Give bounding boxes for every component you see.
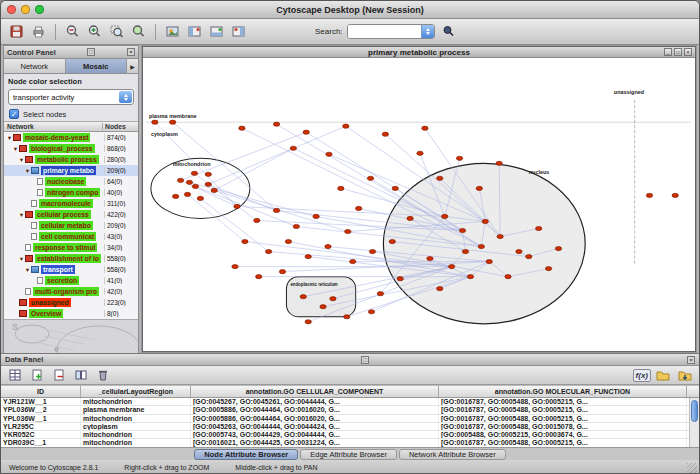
tree-item-secretion[interactable]: secretion41(0) [4,275,138,286]
network-node[interactable] [478,245,484,249]
tree-nodes-column[interactable]: Nodes [102,123,138,130]
tree-item-macromolecule[interactable]: macromolecule311(0) [4,198,138,209]
network-node[interactable] [300,295,306,299]
network-node[interactable] [172,194,178,198]
print-button[interactable] [29,22,48,42]
network-node[interactable] [516,250,522,254]
tree-item-unassigned[interactable]: unassigned223(0) [4,297,138,308]
network-node[interactable] [330,297,336,301]
column-header-region[interactable]: _cellularLayoutRegion [81,386,191,397]
float-panel-button[interactable]: □ [87,48,95,56]
network-node[interactable] [313,214,319,218]
table-row[interactable]: YPL036W__2plasma membrane[GO:0005886, GO… [1,406,699,414]
column-header-cellular-component[interactable]: annotation.GO CELLULAR_COMPONENT [191,386,439,397]
create-attribute-button[interactable] [27,365,46,385]
network-node[interactable] [367,176,373,180]
network-node[interactable] [320,305,326,309]
network-node[interactable] [459,229,465,233]
select-attributes-button[interactable] [5,365,24,385]
network-node[interactable] [476,186,482,190]
tree-expander-icon[interactable]: ▼ [24,168,31,174]
network-node[interactable] [442,214,448,218]
network-node[interactable] [456,156,462,160]
network-node[interactable] [437,287,443,291]
network-canvas[interactable]: plasma membrane cytoplasm mitochondrion … [143,58,695,351]
network-node[interactable] [279,270,285,274]
tab-node-attribute-browser[interactable]: Node Attribute Browser [194,449,298,460]
table-row[interactable]: YKR052Cmitochondrion[GO:0005743, GO:0044… [1,431,699,439]
network-node[interactable] [254,219,260,223]
network-node[interactable] [497,235,503,239]
table-row[interactable]: YJR121W__1mitochondrion[GO:0045267, GO:0… [1,398,699,406]
tree-expander-icon[interactable]: ▼ [18,256,25,262]
close-panel-button[interactable]: × [127,48,135,56]
tree-expander-icon[interactable]: ▼ [18,212,25,218]
network-node[interactable] [467,275,473,279]
tree-expander-icon[interactable]: ▼ [24,267,31,273]
frame-minimize-button[interactable]: _ [664,48,672,56]
network-node[interactable] [242,240,248,244]
network-node[interactable] [344,315,350,319]
network-node[interactable] [407,217,413,221]
tree-network-column[interactable]: Network [4,123,102,130]
tree-item-nitrogen-compo[interactable]: nitrogen compo40(0) [4,187,138,198]
network-node[interactable] [526,255,532,259]
zoom-fit-icon[interactable] [129,22,148,42]
network-node[interactable] [326,152,332,156]
tab-overflow-arrow[interactable]: ▶ [127,59,138,73]
network-node[interactable] [192,184,198,188]
function-builder-button[interactable]: f(x) [633,369,651,382]
search-options-icon[interactable] [439,22,458,42]
network-node[interactable] [437,176,443,180]
table-row[interactable]: YDR039C__1mitochondrion[GO:0016021, GO:0… [1,439,699,447]
panel-east-toggle-icon[interactable] [229,22,248,42]
tree-item-metabolic-process[interactable]: ▼metabolic process280(0) [4,154,138,165]
network-view-titlebar[interactable]: primary metabolic process _ □ × [143,47,695,58]
tree-item-response-to-stimul[interactable]: response to stimul34(0) [4,242,138,253]
graphics-details-icon[interactable] [163,22,182,42]
network-node[interactable] [338,186,344,190]
network-node[interactable] [482,220,488,224]
frame-maximize-button[interactable]: □ [674,48,682,56]
network-node[interactable] [417,151,423,155]
network-node[interactable] [462,250,468,254]
import-table-icon[interactable] [676,365,695,385]
network-node[interactable] [186,180,192,184]
network-node[interactable] [273,208,279,212]
tree-item-cellular-metabo[interactable]: cellular metabo209(0) [4,220,138,231]
tree-item-transport[interactable]: ▼transport558(0) [4,264,138,275]
network-node[interactable] [290,146,296,150]
network-node[interactable] [232,265,238,269]
network-node[interactable] [305,255,311,259]
network-node[interactable] [545,267,551,271]
network-node[interactable] [205,182,211,186]
network-node[interactable] [197,196,203,200]
tree-item-Overview[interactable]: Overview8(0) [4,308,138,319]
network-node[interactable] [397,277,403,281]
tree-item-biological_process[interactable]: ▼biological_process868(0) [4,143,138,154]
zoom-selected-icon[interactable] [107,22,126,42]
float-data-panel-button[interactable]: □ [361,356,369,364]
tab-mosaic[interactable]: Mosaic [66,59,128,73]
network-node[interactable] [239,126,245,130]
network-node[interactable] [422,126,428,130]
panel-south-toggle-icon[interactable] [207,22,226,42]
network-node[interactable] [505,275,511,279]
save-session-button[interactable] [7,22,26,42]
close-data-panel-button[interactable]: × [687,356,695,364]
table-row[interactable]: YLR295Ccytoplasm[GO:0045263, GO:0044444,… [1,423,699,431]
tree-item-primary-metabo[interactable]: ▼primary metabo209(0) [4,165,138,176]
tree-item-nucleobase[interactable]: nucleobase64(0) [4,176,138,187]
network-node[interactable] [234,204,240,208]
tree-item-cell-communicat[interactable]: cell communicat43(0) [4,231,138,242]
network-node[interactable] [369,250,375,254]
network-node[interactable] [350,260,356,264]
network-node[interactable] [211,188,217,192]
network-node[interactable] [382,132,388,136]
network-node[interactable] [303,130,309,134]
select-nodes-checkbox[interactable]: ✓ [9,109,19,119]
network-node[interactable] [191,171,197,175]
node-color-select[interactable]: transporter activity [8,89,134,105]
tab-network[interactable]: Network [4,59,66,73]
network-node[interactable] [377,292,383,296]
